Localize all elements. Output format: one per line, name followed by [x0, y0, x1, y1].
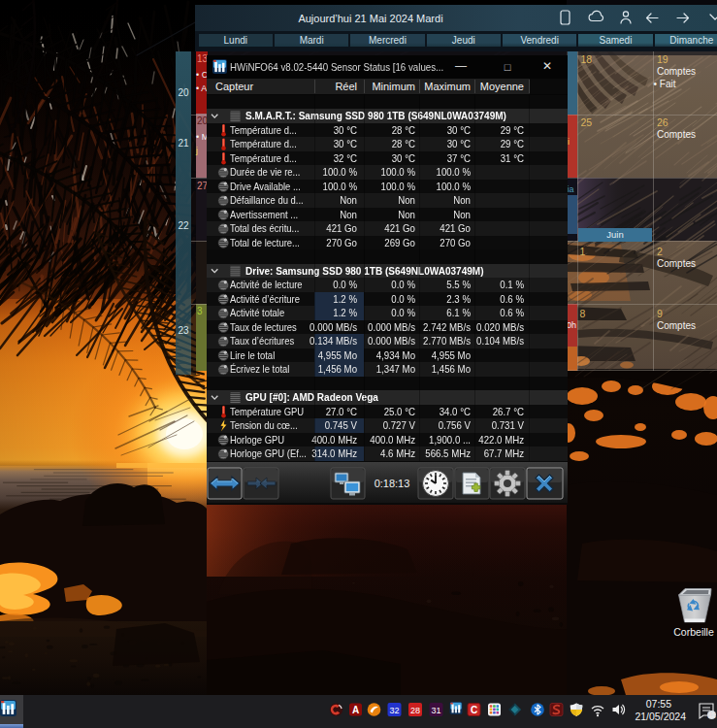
svg-text:A: A [352, 705, 359, 715]
svg-text:12: 12 [708, 711, 716, 718]
svg-text:C: C [471, 705, 477, 715]
svg-text:31: 31 [431, 706, 440, 715]
svg-text:32: 32 [389, 706, 399, 715]
svg-text:28: 28 [410, 706, 420, 715]
